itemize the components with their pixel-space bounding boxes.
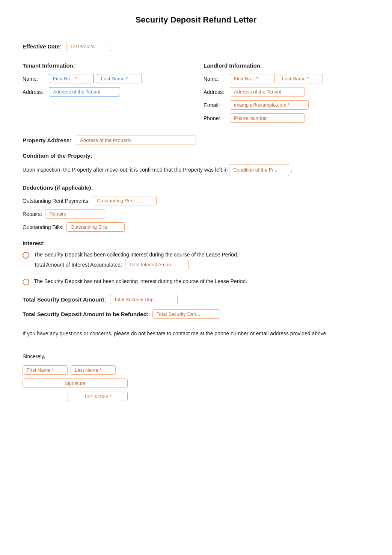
outstanding-rent-input[interactable]: Outstanding Rent ... <box>93 196 157 205</box>
deductions-title: Deductions (if applicable): <box>23 184 369 191</box>
total-refund-label: Total Security Deposit Amount to be Refu… <box>23 311 149 317</box>
tenant-last-name-input[interactable]: Last Name * <box>97 74 142 83</box>
tenant-name-fields: First Na... * Last Name * <box>49 74 142 83</box>
tenant-address-row: Address: Address of the Tenant <box>23 87 188 97</box>
landlord-address-label: Address: <box>204 89 227 95</box>
repairs-input[interactable]: Repairs <box>45 209 105 219</box>
landlord-address-row: Address: Address of the Tenant <box>204 87 369 97</box>
property-address-label: Property Address: <box>23 137 71 143</box>
sig-date-input[interactable]: 12/14/2023 * <box>68 392 128 401</box>
interest-radio-2[interactable] <box>23 279 29 285</box>
closing-text: If you have any questions or concerns, p… <box>23 329 369 338</box>
landlord-col: Landlord Information: Name: First Na... … <box>204 62 369 127</box>
landlord-phone-label: Phone: <box>204 115 227 121</box>
landlord-address-input[interactable]: Address of the Tenant <box>230 87 305 97</box>
outstanding-bills-row: Outstanding Bills: Outstanding Bills <box>23 222 369 232</box>
sig-first-name-input[interactable]: First Name * <box>23 365 68 375</box>
landlord-phone-row: Phone: Phone Number <box>204 113 369 123</box>
property-address-row: Property Address: Address of the Propert… <box>23 136 369 145</box>
tenant-address-input[interactable]: Address of the Tenant <box>49 87 120 97</box>
tenant-address-label: Address: <box>23 89 46 95</box>
total-security-input[interactable]: Total Security Dep... <box>110 295 178 304</box>
landlord-phone-input[interactable]: Phone Number <box>230 113 305 123</box>
interest-radio-1[interactable] <box>23 252 29 259</box>
landlord-email-input[interactable]: example@example.com * <box>230 100 309 110</box>
total-refund-input[interactable]: Total Security Dep... <box>152 309 220 319</box>
condition-text: Upon inspection, the Property after move… <box>23 164 369 176</box>
repairs-row: Repairs: Repairs <box>23 209 369 219</box>
outstanding-bills-input[interactable]: Outstanding Bills <box>66 222 125 232</box>
interest-amount-label: Total Amount of Interest Accumulated: <box>34 262 122 268</box>
sincerely-label: Sincerely, <box>23 353 369 359</box>
outstanding-bills-label: Outstanding Bills: <box>23 224 63 230</box>
interest-radio-1-text: The Security Deposit has been collecting… <box>34 252 369 258</box>
landlord-email-label: E-mail: <box>204 102 227 108</box>
landlord-section-title: Landlord Information: <box>204 62 369 69</box>
interest-radio-2-text: The Security Deposit has not been collec… <box>34 278 369 284</box>
condition-section: Condition of the Property: Upon inspecti… <box>23 152 369 176</box>
landlord-first-name-input[interactable]: First Na... * <box>230 74 275 83</box>
tenant-section-title: Tenant Information: <box>23 62 188 69</box>
property-address-input[interactable]: Address of the Property <box>76 136 196 145</box>
total-security-row: Total Security Deposit Amount: Total Sec… <box>23 295 369 304</box>
effective-date-input[interactable]: 12/14/2023 <box>66 42 111 51</box>
landlord-last-name-input[interactable]: Last Name * <box>278 74 323 83</box>
tenant-col: Tenant Information: Name: First Na... * … <box>23 62 188 127</box>
interest-radio-1-row: The Security Deposit has been collecting… <box>23 252 369 273</box>
effective-date-row: Effective Date: 12/14/2023 <box>23 42 369 51</box>
sig-last-name-input[interactable]: Last Name * <box>71 365 116 375</box>
effective-date-label: Effective Date: <box>23 43 62 50</box>
interest-radio-2-content: The Security Deposit has not been collec… <box>34 278 369 287</box>
interest-section: Interest: The Security Deposit has been … <box>23 240 369 287</box>
signature-section: First Name * Last Name * Signature 12/14… <box>23 365 128 401</box>
repairs-label: Repairs: <box>23 211 42 217</box>
deductions-section: Deductions (if applicable): Outstanding … <box>23 184 369 232</box>
landlord-name-row: Name: First Na... * Last Name * <box>204 74 369 83</box>
interest-radio-2-row: The Security Deposit has not been collec… <box>23 278 369 287</box>
sig-name-row: First Name * Last Name * <box>23 365 128 375</box>
tenant-name-label: Name: <box>23 76 46 82</box>
condition-input[interactable]: Condition of the Pr... <box>229 164 289 176</box>
condition-title: Condition of the Property: <box>23 152 369 159</box>
landlord-email-row: E-mail: example@example.com * <box>204 100 369 110</box>
interest-title: Interest: <box>23 240 369 246</box>
total-refund-row: Total Security Deposit Amount to be Refu… <box>23 309 369 319</box>
interest-amount-input[interactable]: Total Interest Amou... <box>125 260 189 269</box>
sig-signature-input[interactable]: Signature <box>23 379 128 388</box>
outstanding-rent-label: Outstanding Rent Payments: <box>23 198 90 204</box>
landlord-name-label: Name: <box>204 76 227 82</box>
total-security-label: Total Security Deposit Amount: <box>23 296 106 303</box>
outstanding-rent-row: Outstanding Rent Payments: Outstanding R… <box>23 196 369 205</box>
tenant-name-row: Name: First Na... * Last Name * <box>23 74 188 83</box>
tenant-first-name-input[interactable]: First Na... * <box>49 74 94 83</box>
page-title: Security Deposit Refund Letter <box>23 15 369 25</box>
interest-radio-1-content: The Security Deposit has been collecting… <box>34 252 369 273</box>
interest-amount-row: Total Amount of Interest Accumulated: To… <box>34 260 369 269</box>
landlord-name-fields: First Na... * Last Name * <box>230 74 323 83</box>
divider <box>23 31 369 31</box>
info-columns: Tenant Information: Name: First Na... * … <box>23 62 369 127</box>
